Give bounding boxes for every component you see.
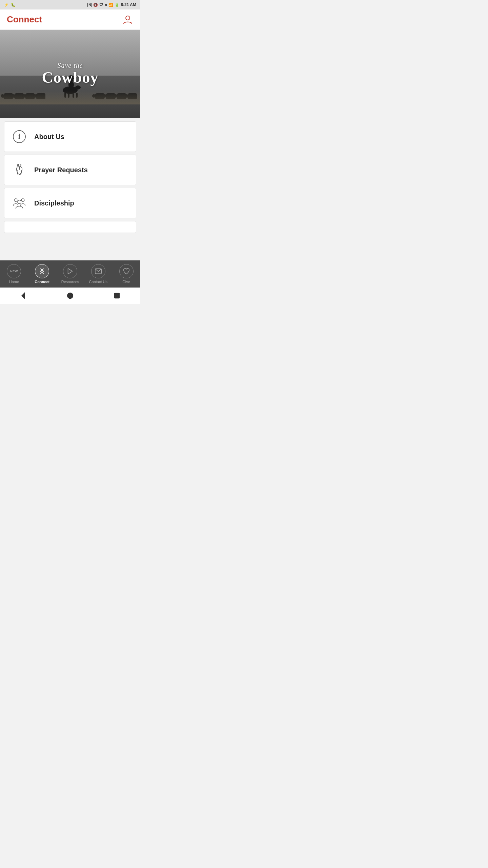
mute-icon: 🔇 — [93, 3, 98, 7]
partial-menu-item — [4, 221, 136, 233]
blocked-icon: ⊗ — [104, 3, 107, 7]
system-nav-bar — [0, 288, 140, 304]
svg-marker-18 — [22, 293, 24, 299]
info-circle-icon: i — [11, 129, 27, 145]
time-display: 8:21 AM — [121, 2, 136, 7]
nav-home-label: Home — [9, 280, 19, 284]
app-header: Connect — [0, 9, 140, 30]
back-button[interactable] — [18, 291, 28, 301]
nav-connect[interactable]: Connect — [28, 260, 56, 288]
hero-main-title: Cowboy — [42, 69, 98, 86]
praying-hands-icon — [11, 162, 27, 178]
connect-nav-icon-circle — [35, 264, 49, 278]
nav-connect-label: Connect — [35, 280, 49, 284]
nav-home[interactable]: NEW Home — [0, 260, 28, 288]
svg-point-14 — [21, 199, 24, 202]
menu-section: i About Us Prayer Requests — [0, 118, 140, 260]
group-icon — [11, 195, 27, 211]
svg-point-15 — [18, 200, 21, 204]
nfc-icon: N — [87, 3, 92, 7]
page-title: Connect — [7, 14, 42, 25]
home-nav-icon-circle: NEW — [7, 264, 21, 278]
svg-point-19 — [67, 293, 73, 299]
profile-button[interactable] — [122, 14, 134, 25]
prayer-requests-label: Prayer Requests — [34, 166, 88, 174]
new-badge: NEW — [10, 270, 18, 273]
prayer-requests-item[interactable]: Prayer Requests — [4, 155, 136, 185]
status-bar: ⚡ 🐛 N 🔇 🛡 ⊗ 📶 🔋 8:21 AM — [0, 0, 140, 9]
nav-give-label: Give — [122, 280, 130, 284]
nav-resources-label: Resources — [61, 280, 79, 284]
contact-nav-icon-circle — [91, 264, 105, 278]
discipleship-label: Discipleship — [34, 199, 74, 207]
give-nav-icon-circle — [119, 264, 134, 278]
discipleship-item[interactable]: Discipleship — [4, 188, 136, 218]
status-left-icons: ⚡ 🐛 — [4, 3, 16, 7]
usb-icon: ⚡ — [4, 3, 9, 7]
battery-icon: 🔋 — [115, 3, 119, 7]
svg-marker-16 — [68, 269, 73, 274]
resources-nav-icon-circle — [63, 264, 77, 278]
recent-button[interactable] — [112, 291, 122, 301]
svg-rect-20 — [115, 293, 120, 298]
hero-banner: Save the Cowboy — [0, 30, 140, 118]
nav-resources[interactable]: Resources — [56, 260, 84, 288]
wifi-shield-icon: 🛡 — [99, 3, 103, 7]
nav-give[interactable]: Give — [112, 260, 140, 288]
nav-contact-label: Contact Us — [89, 280, 107, 284]
hero-subtitle: Save the — [42, 62, 98, 69]
svg-text:i: i — [18, 133, 20, 140]
status-right-area: N 🔇 🛡 ⊗ 📶 🔋 8:21 AM — [87, 2, 136, 7]
svg-point-13 — [14, 199, 17, 202]
nav-contact-us[interactable]: Contact Us — [84, 260, 112, 288]
signal-icon: 📶 — [108, 3, 113, 7]
bottom-nav: NEW Home Connect Resources Conta — [0, 260, 140, 288]
hero-title-text: Save the Cowboy — [42, 62, 98, 86]
about-us-label: About Us — [34, 133, 64, 141]
about-us-item[interactable]: i About Us — [4, 121, 136, 152]
svg-point-0 — [126, 16, 130, 20]
bug-icon: 🐛 — [11, 3, 16, 7]
hero-dust — [0, 91, 140, 104]
home-button[interactable] — [65, 291, 75, 301]
